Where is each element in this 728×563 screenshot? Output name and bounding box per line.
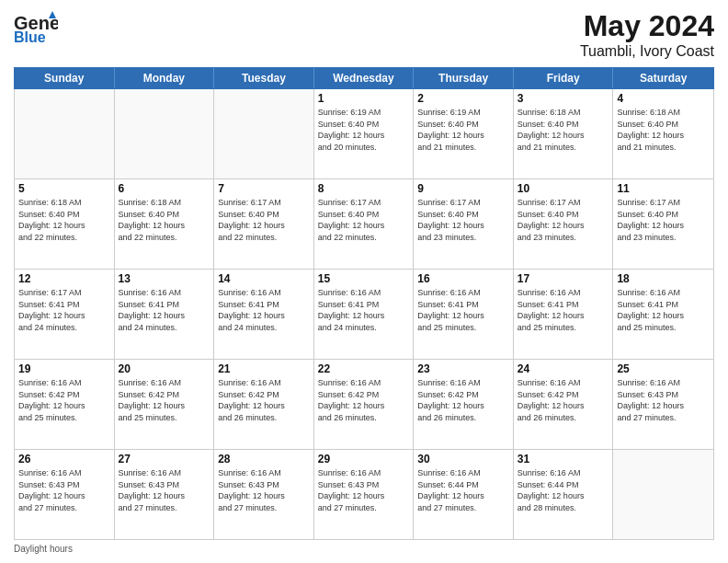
day-number: 25	[617, 362, 710, 375]
cal-cell: 12Sunrise: 6:17 AM Sunset: 6:41 PM Dayli…	[15, 270, 115, 359]
subtitle: Tuambli, Ivory Coast	[580, 43, 714, 60]
day-number: 22	[318, 362, 410, 375]
cal-cell: 4Sunrise: 6:18 AM Sunset: 6:40 PM Daylig…	[613, 89, 713, 178]
calendar-header: SundayMondayTuesdayWednesdayThursdayFrid…	[14, 67, 714, 89]
cal-cell	[15, 89, 115, 178]
day-number: 12	[18, 272, 110, 285]
logo-icon: General Blue	[14, 9, 58, 46]
cal-cell: 25Sunrise: 6:16 AM Sunset: 6:43 PM Dayli…	[613, 360, 713, 449]
cal-cell: 10Sunrise: 6:17 AM Sunset: 6:40 PM Dayli…	[514, 179, 614, 269]
day-number: 23	[417, 362, 509, 375]
day-number: 13	[119, 272, 210, 285]
svg-text:Blue: Blue	[14, 29, 46, 45]
cal-cell: 3Sunrise: 6:18 AM Sunset: 6:40 PM Daylig…	[514, 89, 614, 178]
day-info: Sunrise: 6:16 AM Sunset: 6:41 PM Dayligh…	[518, 287, 609, 333]
day-info: Sunrise: 6:19 AM Sunset: 6:40 PM Dayligh…	[318, 107, 410, 153]
cal-cell	[115, 89, 215, 178]
day-number: 18	[617, 272, 710, 285]
cal-cell: 6Sunrise: 6:18 AM Sunset: 6:40 PM Daylig…	[115, 179, 215, 269]
cal-cell: 18Sunrise: 6:16 AM Sunset: 6:41 PM Dayli…	[613, 270, 713, 359]
day-number: 26	[18, 453, 110, 465]
cal-cell: 9Sunrise: 6:17 AM Sunset: 6:40 PM Daylig…	[414, 179, 514, 269]
cal-cell: 29Sunrise: 6:16 AM Sunset: 6:43 PM Dayli…	[314, 450, 415, 539]
weekday-header-thursday: Thursday	[414, 68, 514, 88]
day-number: 4	[617, 92, 710, 105]
weekday-header-friday: Friday	[514, 68, 614, 88]
cal-cell: 28Sunrise: 6:16 AM Sunset: 6:43 PM Dayli…	[214, 450, 314, 539]
day-info: Sunrise: 6:17 AM Sunset: 6:40 PM Dayligh…	[318, 197, 410, 243]
header: General Blue May 2024 Tuambli, Ivory Coa…	[14, 9, 714, 60]
day-number: 15	[318, 272, 410, 285]
cal-cell: 13Sunrise: 6:16 AM Sunset: 6:41 PM Dayli…	[115, 270, 215, 359]
day-number: 3	[518, 92, 609, 105]
day-number: 17	[518, 272, 609, 285]
day-number: 28	[218, 453, 310, 465]
cal-cell: 31Sunrise: 6:16 AM Sunset: 6:44 PM Dayli…	[514, 450, 614, 539]
day-info: Sunrise: 6:16 AM Sunset: 6:43 PM Dayligh…	[119, 467, 210, 513]
cal-cell: 15Sunrise: 6:16 AM Sunset: 6:41 PM Dayli…	[314, 270, 415, 359]
weekday-header-saturday: Saturday	[613, 68, 713, 88]
day-number: 1	[318, 92, 410, 105]
day-number: 7	[218, 182, 310, 195]
day-info: Sunrise: 6:16 AM Sunset: 6:41 PM Dayligh…	[617, 287, 710, 333]
day-number: 16	[417, 272, 509, 285]
day-info: Sunrise: 6:17 AM Sunset: 6:40 PM Dayligh…	[518, 197, 609, 243]
title-block: May 2024 Tuambli, Ivory Coast	[580, 9, 714, 60]
cal-cell: 26Sunrise: 6:16 AM Sunset: 6:43 PM Dayli…	[15, 450, 115, 539]
cal-cell: 30Sunrise: 6:16 AM Sunset: 6:44 PM Dayli…	[414, 450, 514, 539]
weekday-header-tuesday: Tuesday	[214, 68, 314, 88]
day-info: Sunrise: 6:16 AM Sunset: 6:43 PM Dayligh…	[218, 467, 310, 513]
cal-cell: 17Sunrise: 6:16 AM Sunset: 6:41 PM Dayli…	[514, 270, 614, 359]
day-info: Sunrise: 6:16 AM Sunset: 6:43 PM Dayligh…	[18, 467, 110, 513]
cal-cell: 7Sunrise: 6:17 AM Sunset: 6:40 PM Daylig…	[214, 179, 314, 269]
day-number: 8	[318, 182, 410, 195]
day-info: Sunrise: 6:17 AM Sunset: 6:40 PM Dayligh…	[417, 197, 509, 243]
day-number: 21	[218, 362, 310, 375]
day-info: Sunrise: 6:18 AM Sunset: 6:40 PM Dayligh…	[617, 107, 710, 153]
cal-cell: 14Sunrise: 6:16 AM Sunset: 6:41 PM Dayli…	[214, 270, 314, 359]
logo: General Blue	[14, 9, 58, 46]
page: General Blue May 2024 Tuambli, Ivory Coa…	[0, 0, 728, 563]
day-info: Sunrise: 6:16 AM Sunset: 6:41 PM Dayligh…	[417, 287, 509, 333]
day-number: 29	[318, 453, 410, 465]
weekday-header-wednesday: Wednesday	[314, 68, 415, 88]
day-info: Sunrise: 6:16 AM Sunset: 6:41 PM Dayligh…	[218, 287, 310, 333]
week-row-5: 26Sunrise: 6:16 AM Sunset: 6:43 PM Dayli…	[15, 450, 713, 539]
footer-note: Daylight hours	[14, 544, 714, 554]
cal-cell: 5Sunrise: 6:18 AM Sunset: 6:40 PM Daylig…	[15, 179, 115, 269]
day-info: Sunrise: 6:16 AM Sunset: 6:42 PM Dayligh…	[18, 377, 110, 423]
day-number: 30	[417, 453, 509, 465]
day-info: Sunrise: 6:16 AM Sunset: 6:41 PM Dayligh…	[318, 287, 410, 333]
cal-cell: 16Sunrise: 6:16 AM Sunset: 6:41 PM Dayli…	[414, 270, 514, 359]
day-info: Sunrise: 6:17 AM Sunset: 6:41 PM Dayligh…	[18, 287, 110, 333]
cal-cell: 21Sunrise: 6:16 AM Sunset: 6:42 PM Dayli…	[214, 360, 314, 449]
cal-cell: 2Sunrise: 6:19 AM Sunset: 6:40 PM Daylig…	[414, 89, 514, 178]
day-info: Sunrise: 6:16 AM Sunset: 6:44 PM Dayligh…	[417, 467, 509, 513]
week-row-1: 1Sunrise: 6:19 AM Sunset: 6:40 PM Daylig…	[15, 89, 713, 179]
day-info: Sunrise: 6:16 AM Sunset: 6:43 PM Dayligh…	[318, 467, 410, 513]
day-info: Sunrise: 6:18 AM Sunset: 6:40 PM Dayligh…	[18, 197, 110, 243]
day-number: 19	[18, 362, 110, 375]
day-info: Sunrise: 6:16 AM Sunset: 6:41 PM Dayligh…	[119, 287, 210, 333]
day-number: 5	[18, 182, 110, 195]
cal-cell: 23Sunrise: 6:16 AM Sunset: 6:42 PM Dayli…	[414, 360, 514, 449]
day-info: Sunrise: 6:16 AM Sunset: 6:42 PM Dayligh…	[417, 377, 509, 423]
calendar: SundayMondayTuesdayWednesdayThursdayFrid…	[14, 67, 714, 540]
weekday-header-monday: Monday	[115, 68, 215, 88]
week-row-4: 19Sunrise: 6:16 AM Sunset: 6:42 PM Dayli…	[15, 360, 713, 450]
weekday-header-sunday: Sunday	[15, 68, 115, 88]
cal-cell: 1Sunrise: 6:19 AM Sunset: 6:40 PM Daylig…	[314, 89, 415, 178]
cal-cell: 11Sunrise: 6:17 AM Sunset: 6:40 PM Dayli…	[613, 179, 713, 269]
day-number: 27	[119, 453, 210, 465]
day-info: Sunrise: 6:18 AM Sunset: 6:40 PM Dayligh…	[119, 197, 210, 243]
day-number: 2	[417, 92, 509, 105]
cal-cell: 20Sunrise: 6:16 AM Sunset: 6:42 PM Dayli…	[115, 360, 215, 449]
day-number: 20	[119, 362, 210, 375]
day-number: 10	[518, 182, 609, 195]
cal-cell: 19Sunrise: 6:16 AM Sunset: 6:42 PM Dayli…	[15, 360, 115, 449]
calendar-body: 1Sunrise: 6:19 AM Sunset: 6:40 PM Daylig…	[14, 89, 714, 540]
cal-cell: 27Sunrise: 6:16 AM Sunset: 6:43 PM Dayli…	[115, 450, 215, 539]
day-info: Sunrise: 6:16 AM Sunset: 6:42 PM Dayligh…	[218, 377, 310, 423]
cal-cell	[613, 450, 713, 539]
day-number: 11	[617, 182, 710, 195]
